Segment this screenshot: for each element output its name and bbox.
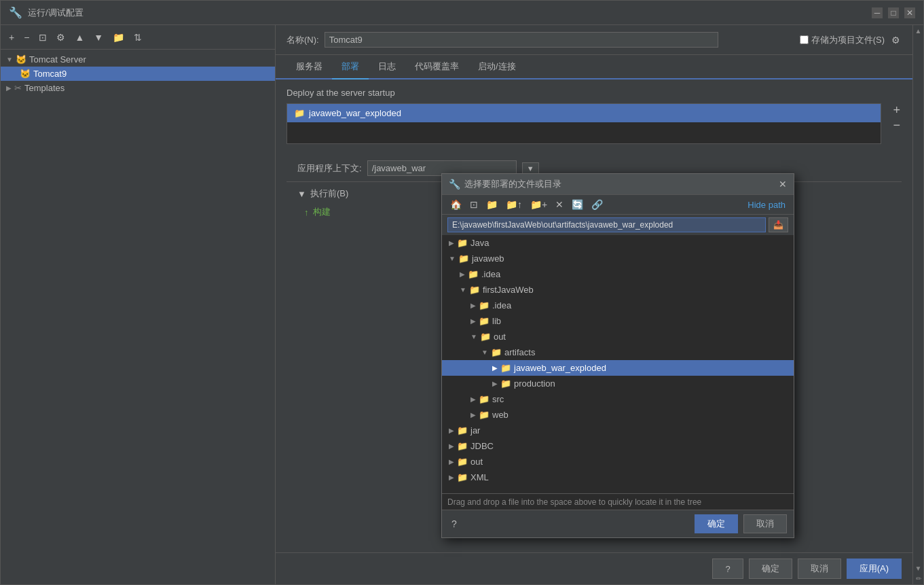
dialog-tree-item-xml[interactable]: ▶ 📁 XML (442, 469, 794, 485)
maximize-button[interactable]: □ (888, 7, 899, 18)
arrow-idea2: ▶ (470, 302, 476, 309)
deploy-remove-button[interactable]: − (893, 118, 900, 132)
dialog-desktop-button[interactable]: ⊡ (467, 198, 481, 211)
cancel-button[interactable]: 取消 (798, 559, 841, 579)
dialog-tree-item-idea1[interactable]: ▶ 📁 .idea (442, 266, 794, 282)
store-checkbox-container: 存储为项目文件(S) (800, 34, 885, 46)
title-bar-controls: ─ □ ✕ (872, 7, 915, 18)
label-lib: lib (492, 316, 501, 326)
ok-button[interactable]: 确定 (749, 559, 792, 579)
dialog-bottom: ? 确定 取消 (442, 510, 794, 537)
dialog-new-folder-button[interactable]: 📁 (483, 198, 500, 211)
dialog-folder2-button[interactable]: 📁+ (528, 198, 550, 211)
store-checkbox[interactable] (800, 35, 809, 44)
title-bar-left: 🔧 运行/调试配置 (9, 6, 84, 19)
dialog-tree-item-java[interactable]: ▶ 📁 Java (442, 235, 794, 251)
help-button[interactable]: ? (712, 559, 743, 579)
add-config-button[interactable]: + (6, 31, 17, 44)
label-idea2: .idea (492, 300, 511, 311)
context-dropdown-button[interactable]: ▼ (522, 162, 539, 175)
label-javaweb-war: javaweb_war_exploded (514, 363, 606, 373)
tab-deploy[interactable]: 部署 (332, 55, 369, 79)
dialog-cancel-button[interactable]: 取消 (743, 514, 787, 533)
label-xml: XML (470, 472, 489, 482)
gear-button[interactable]: ⚙ (890, 33, 902, 47)
dialog-link-button[interactable]: 🔗 (589, 198, 606, 211)
sort-button[interactable]: ⇅ (131, 31, 145, 44)
dialog-toolbar: 🏠 ⊡ 📁 📁↑ 📁+ ✕ 🔄 🔗 Hide path (442, 195, 794, 215)
dialog-path-browse-button[interactable]: 📥 (769, 217, 788, 232)
dialog-close-button[interactable]: ✕ (779, 179, 787, 190)
dialog-tree-item-out[interactable]: ▼ 📁 out (442, 329, 794, 344)
dialog-delete-button[interactable]: ✕ (553, 198, 566, 211)
dialog-tree-item-src[interactable]: ▶ 📁 src (442, 391, 794, 407)
dialog-title-bar: 🔧 选择要部署的文件或目录 ✕ (442, 174, 794, 195)
arrow-out: ▼ (470, 333, 477, 340)
folder-icon-out: 📁 (480, 332, 491, 342)
folder-icon-jar: 📁 (457, 425, 468, 436)
folder-icon-production: 📁 (500, 378, 511, 389)
name-input[interactable] (325, 32, 718, 48)
tab-coverage[interactable]: 代码覆盖率 (405, 55, 468, 79)
hide-path-button[interactable]: Hide path (745, 198, 788, 211)
tab-startup[interactable]: 启动/连接 (468, 55, 525, 79)
folder-button[interactable]: 📁 (110, 31, 127, 44)
minimize-button[interactable]: ─ (872, 7, 883, 18)
tab-server[interactable]: 服务器 (287, 55, 332, 79)
dialog-tree-item-idea2[interactable]: ▶ 📁 .idea (442, 298, 794, 313)
dialog-refresh-button[interactable]: 🔄 (569, 198, 586, 211)
copy-config-button[interactable]: ⊡ (36, 31, 50, 44)
folder-icon-idea1: 📁 (468, 269, 479, 279)
edit-button[interactable]: ✏ (915, 574, 922, 583)
deploy-add-button[interactable]: + (893, 103, 900, 118)
move-down-button[interactable]: ▼ (91, 31, 106, 44)
sidebar-item-templates[interactable]: ▶ ✂ Templates (1, 81, 275, 95)
settings-button[interactable]: ⚙ (54, 31, 68, 44)
arrow-javaweb-war: ▶ (492, 364, 498, 372)
arrow-firstjavaweb: ▼ (460, 286, 466, 294)
folder-icon-src: 📁 (479, 394, 489, 404)
dialog-up-button[interactable]: 📁↑ (503, 198, 525, 211)
sidebar-item-tomcat9[interactable]: 🐱 Tomcat9 (1, 67, 275, 81)
dialog-tree-item-javaweb-war[interactable]: ▶ 📁 javaweb_war_exploded (442, 360, 794, 376)
label-jdbc: JDBC (470, 441, 494, 451)
dialog-tree-item-artifacts[interactable]: ▼ 📁 artifacts (442, 344, 794, 360)
app-icon: 🔧 (9, 6, 22, 19)
dialog-home-button[interactable]: 🏠 (447, 198, 464, 211)
dialog-tree-item-production[interactable]: ▶ 📁 production (442, 376, 794, 391)
scroll-down-button[interactable]: ▼ (914, 564, 923, 573)
dialog-tree-item-jar[interactable]: ▶ 📁 jar (442, 423, 794, 438)
deploy-list-item[interactable]: 📁 javaweb_war_exploded (287, 104, 881, 122)
label-production: production (514, 378, 555, 389)
arrow-idea1: ▶ (460, 270, 465, 278)
tabs-row: 服务器 部署 日志 代码覆盖率 启动/连接 (276, 55, 912, 79)
sidebar-toolbar: + − ⊡ ⚙ ▲ ▼ 📁 ⇅ (1, 25, 275, 50)
arrow-web: ▶ (470, 411, 476, 419)
dialog-tree-item-javaweb[interactable]: ▼ 📁 javaweb (442, 251, 794, 266)
dialog-path-input[interactable] (447, 217, 766, 232)
folder-icon-firstjavaweb: 📁 (469, 285, 480, 295)
dialog-help-button[interactable]: ? (449, 517, 460, 531)
dialog-tree-item-lib[interactable]: ▶ 📁 lib (442, 313, 794, 329)
dialog-tree-item-firstjavaweb[interactable]: ▼ 📁 firstJavaWeb (442, 282, 794, 298)
dialog-title-left: 🔧 选择要部署的文件或目录 (449, 178, 561, 190)
close-button[interactable]: ✕ (904, 7, 915, 18)
dialog-title-icon: 🔧 (449, 179, 460, 190)
sidebar-item-label-tomcat9: Tomcat9 (33, 69, 67, 79)
dialog-tree-item-web[interactable]: ▶ 📁 web (442, 407, 794, 423)
scroll-up-button[interactable]: ▲ (914, 26, 923, 35)
title-bar: 🔧 运行/调试配置 ─ □ ✕ (1, 1, 923, 25)
sidebar-item-tomcat-server[interactable]: ▼ 🐱 Tomcat Server (1, 52, 275, 67)
move-up-button[interactable]: ▲ (72, 31, 87, 44)
dialog-tree-item-jdbc[interactable]: ▶ 📁 JDBC (442, 438, 794, 454)
dialog-tree-item-out2[interactable]: ▶ 📁 out (442, 454, 794, 469)
bottom-bar: ? 确定 取消 应用(A) (276, 552, 912, 584)
server-icon: 🐱 (16, 54, 26, 65)
apply-button[interactable]: 应用(A) (847, 559, 902, 579)
remove-config-button[interactable]: − (21, 31, 32, 44)
arrow-javaweb: ▼ (449, 255, 456, 262)
sidebar-item-label-templates: Templates (24, 83, 64, 93)
tab-log[interactable]: 日志 (369, 55, 405, 79)
sidebar-item-label: Tomcat Server (29, 54, 86, 65)
dialog-confirm-button[interactable]: 确定 (695, 514, 738, 533)
